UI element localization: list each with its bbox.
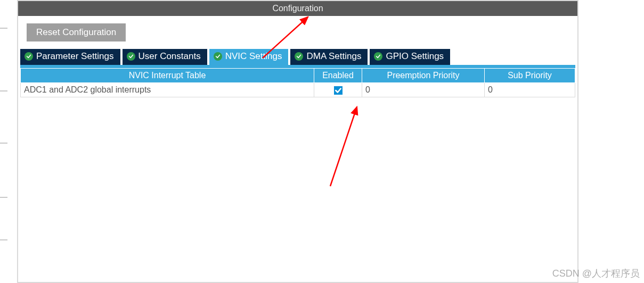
- tabs-row: Parameter SettingsUser ConstantsNVIC Set…: [18, 49, 577, 65]
- tab-label: User Constants: [138, 51, 201, 62]
- panel-title: Configuration: [272, 4, 323, 13]
- nvic-interrupt-table: NVIC Interrupt Table Enabled Preemption …: [20, 68, 575, 97]
- cell-preemption-priority[interactable]: 0: [362, 83, 485, 97]
- cell-enabled: [314, 83, 362, 97]
- tab-label: DMA Settings: [306, 51, 361, 62]
- col-name: NVIC Interrupt Table: [21, 69, 314, 83]
- check-circle-icon: [25, 52, 33, 61]
- tab-nvic-settings[interactable]: NVIC Settings: [209, 49, 289, 65]
- tab-parameter-settings[interactable]: Parameter Settings: [20, 49, 120, 65]
- cell-sub-priority[interactable]: 0: [485, 83, 575, 97]
- cell-interrupt-name: ADC1 and ADC2 global interrupts: [21, 83, 314, 97]
- config-panel: Configuration Reset Configuration Parame…: [17, 0, 578, 283]
- check-circle-icon: [127, 52, 135, 61]
- check-circle-icon: [214, 52, 222, 61]
- col-enabled: Enabled: [314, 69, 362, 83]
- check-circle-icon: [374, 52, 382, 61]
- reset-configuration-button[interactable]: Reset Configuration: [27, 23, 126, 41]
- tab-label: GPIO Settings: [386, 51, 444, 62]
- tab-gpio-settings[interactable]: GPIO Settings: [370, 49, 450, 65]
- tab-label: Parameter Settings: [36, 51, 114, 62]
- left-ruler: [0, 0, 10, 283]
- tab-label: NVIC Settings: [225, 51, 282, 62]
- table-header-row: NVIC Interrupt Table Enabled Preemption …: [21, 69, 575, 83]
- panel-title-bar: Configuration: [18, 1, 577, 16]
- table-row: ADC1 and ADC2 global interrupts00: [21, 83, 575, 97]
- check-circle-icon: [295, 52, 303, 61]
- enabled-checkbox[interactable]: [334, 86, 343, 95]
- toolbar: Reset Configuration: [18, 16, 577, 49]
- col-sub: Sub Priority: [485, 69, 575, 83]
- tab-dma-settings[interactable]: DMA Settings: [290, 49, 368, 65]
- tab-user-constants[interactable]: User Constants: [123, 49, 207, 65]
- col-preemption: Preemption Priority: [362, 69, 485, 83]
